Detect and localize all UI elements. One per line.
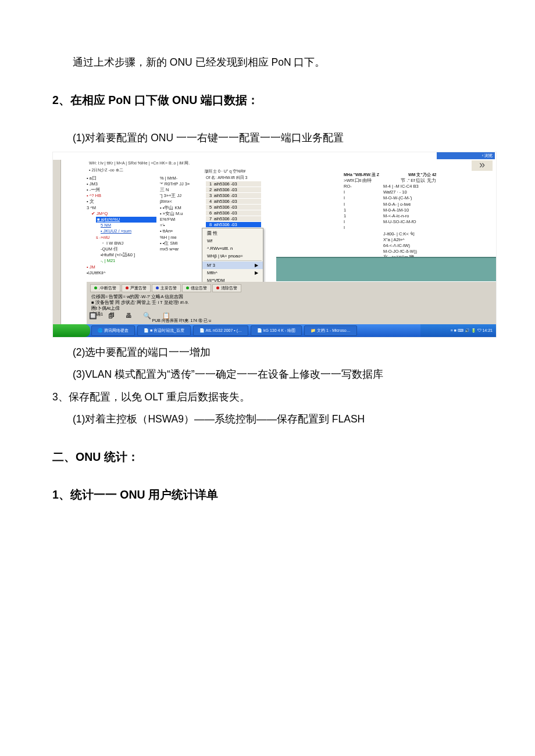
menu-item[interactable]: M' 3▶ bbox=[202, 261, 263, 269]
tree-node[interactable]: • a日 bbox=[87, 175, 156, 181]
step-3: 3、保存配置，以免 OLT 重启后数据丧失。 bbox=[52, 386, 483, 409]
center-label: mx5 w»ar bbox=[160, 246, 204, 252]
tree-node[interactable]: •IJUttfKiI^ bbox=[87, 270, 156, 276]
menu-item[interactable]: 圖 性 bbox=[202, 230, 263, 237]
taskbar-button[interactable]: 🌐 腾讯网络硬盘 bbox=[91, 325, 135, 336]
menu-item[interactable]: WHβ | tA= pnoao= bbox=[202, 252, 263, 260]
alarm-tab[interactable]: 清除告警 bbox=[212, 284, 241, 292]
menu-item[interactable]: Wf bbox=[202, 237, 263, 245]
list-row[interactable]: 2 aih5306 -03 bbox=[206, 187, 261, 193]
tree-node[interactable]: -, | M21 bbox=[101, 258, 156, 264]
step-2-3: (3)VLAN 模式配置为“透传”一一确定一一在设备上修改一一写数据库 bbox=[52, 363, 483, 386]
menu-item[interactable]: ^.RWv«sttt. n bbox=[202, 245, 263, 252]
center-label: '*' R0TrtP JJ 3» bbox=[160, 181, 204, 187]
tree-node[interactable]: • JM3 bbox=[87, 181, 156, 187]
center-label: % | MrM- bbox=[160, 175, 204, 181]
start-button[interactable] bbox=[53, 324, 90, 337]
ui-tabstrip: ‹ 浏览 bbox=[437, 152, 495, 159]
step-2-2: (2)选中要配置的端口一一增加 bbox=[52, 341, 483, 364]
heading-step-2: 2、在相应 PoN 口下做 ONU 端口数据： bbox=[52, 89, 483, 112]
tree-node[interactable]: ・ I W BWJ bbox=[101, 241, 156, 246]
tree-node[interactable]: • ^? HB bbox=[87, 193, 156, 199]
taskbar-button[interactable]: 📄 kG 130 4 K - 绘图 bbox=[251, 325, 302, 336]
tree-node[interactable]: -QUM 任 bbox=[101, 246, 156, 252]
list-row[interactable]: 6 aih5306 -03 bbox=[206, 210, 261, 216]
tree-node[interactable]: • 文 bbox=[87, 199, 156, 205]
alarm-tab[interactable]: 信息告警 bbox=[182, 284, 211, 292]
taskbar-button[interactable]: 📁 文档 1 - Microso… bbox=[304, 325, 357, 336]
list-row[interactable]: 4 aih5306 -03 bbox=[206, 199, 261, 205]
tree-node[interactable]: • JM bbox=[87, 264, 156, 270]
taskbar-button[interactable]: 📄 ■ 言适时诏流_百度 bbox=[137, 325, 191, 336]
system-tray[interactable]: ≡ ■ ⌨ 🔊 🔋 🛡 14:21 bbox=[420, 324, 496, 337]
alarm-panel[interactable]: .中断告警严重告警主要告警信息告警清除告警 位移因= 告警因= w的因'-W-?… bbox=[87, 282, 496, 325]
list-row[interactable]: 1 aih5306 -03 bbox=[206, 181, 261, 187]
taskbar-button[interactable]: 📄 AtL nG32 2007 • (… bbox=[193, 325, 248, 336]
center-label: • »女山 M.u bbox=[160, 211, 204, 217]
tree-node[interactable]: • -ー州 bbox=[87, 187, 156, 193]
paragraph-step-result: 通过上术步骤，新的 ONU 已经发现到相应 PoN 口下。 bbox=[52, 52, 483, 73]
tree-node[interactable]: 3 ^M bbox=[87, 205, 156, 211]
alarm-label: 位移因= 告警因= w的因'-W-?' 立略A 信息吉因 bbox=[91, 294, 189, 300]
list-row[interactable]: 7 aih5306 -03 bbox=[206, 216, 261, 222]
left-rail bbox=[53, 160, 61, 324]
detail-columns: MHa "WB-RW:丑 ZWM 文"乃公 42>WfX口tl 由特节 ." E… bbox=[344, 172, 495, 267]
center-label: • ttAn» bbox=[160, 228, 204, 234]
center-label: %H | me bbox=[160, 235, 204, 241]
center-label: 三 N bbox=[160, 187, 204, 193]
tree-node[interactable]: • JKUU2 / »sum bbox=[101, 228, 156, 234]
heading-section-2-1: 1、统计一一 ONU 用户统计详单 bbox=[52, 483, 483, 506]
center-labels: % | MrM-'*' R0TrtP JJ 3»三 N''j 3»+王 JJβt… bbox=[160, 175, 204, 253]
center-label: βtmx< bbox=[160, 199, 204, 205]
step-3-1: (1)对着主控板（HSWA9）——系统控制——保存配置到 FLASH bbox=[52, 408, 483, 431]
alarm-tab[interactable]: 严重告警 bbox=[122, 284, 151, 292]
center-label: E%'FWi bbox=[160, 217, 204, 223]
device-tree[interactable]: • a日• JM3• -ー州• ^? HB• 文3 ^M✔ JM^Q■ aj¢s… bbox=[87, 175, 156, 276]
panel-status: PUB 向吿界面 叶t麦. 174 ⑧ 已 u bbox=[152, 318, 211, 324]
menu-item[interactable]: Mflh^▶ bbox=[202, 269, 263, 277]
embedded-screenshot: ‹ 浏览 » WH: I:Iv | ttKr | M<A | SRxi %lHe… bbox=[52, 152, 483, 338]
tree-node[interactable]: ✔ JM^Q bbox=[91, 211, 156, 217]
windows-taskbar[interactable]: 🌐 腾讯网络硬盘📄 ■ 言适时诏流_百度📄 AtL nG32 2007 • (…… bbox=[53, 324, 496, 337]
detail-scroll-panel bbox=[276, 257, 497, 281]
center-label: ='• bbox=[160, 223, 204, 228]
tree-node[interactable]: ■ aj¢s%%U bbox=[96, 217, 156, 223]
center-label: ''j 3»+王 JJ bbox=[160, 193, 204, 199]
center-label: • •住 SMi bbox=[160, 241, 204, 246]
list-row[interactable]: 3 aih5306 -03 bbox=[206, 193, 261, 199]
heading-section-2: 二、ONU 统计： bbox=[52, 446, 483, 468]
alarm-tab[interactable]: 主要告警 bbox=[152, 284, 181, 292]
list-header: Of 名: ARHW-tft 科田 3 bbox=[206, 175, 261, 181]
list-row[interactable]: 5 aih5306 -03 bbox=[206, 205, 261, 210]
alarm-tab[interactable]: .中断告警 bbox=[90, 284, 120, 292]
context-menu-1[interactable]: 圖 性Wf^.RWv«sttt. nWHβ | tA= pnoao=M' 3▶M… bbox=[202, 228, 263, 286]
step-2-1: (1)对着要配置的 ONU 一一右键一一配置一一端口业务配置 bbox=[52, 127, 483, 149]
alarm-label: ■ 没备告警 同 步状态' 网管上 壬 i T 至处理! #!-9. bbox=[91, 300, 189, 306]
tree-node[interactable]: 5 NM bbox=[101, 223, 156, 228]
center-label: • •华山 KM bbox=[160, 205, 204, 211]
alarm-label: 圈t卜偶At上倖 bbox=[91, 306, 189, 311]
tree-node[interactable]: s -»nlU bbox=[96, 235, 156, 241]
tree-node[interactable]: •HtufM (»/>語&0 ] bbox=[101, 252, 156, 258]
